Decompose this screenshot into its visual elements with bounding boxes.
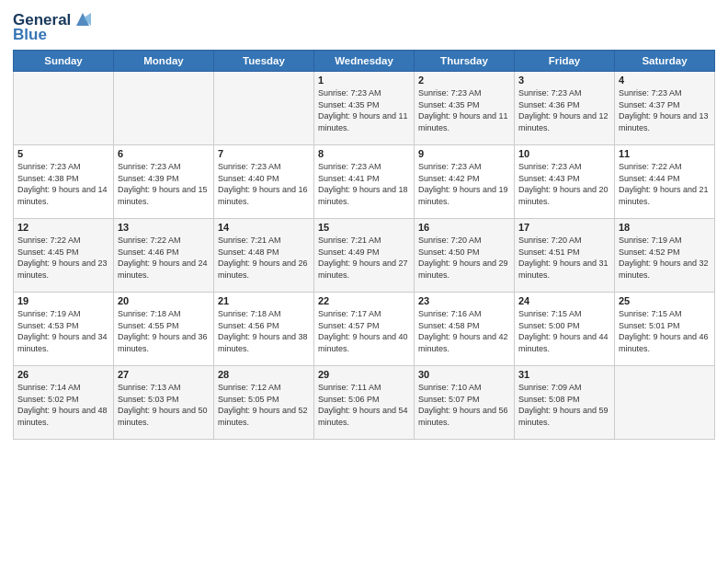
calendar-day-cell: 20Sunrise: 7:18 AMSunset: 4:55 PMDayligh…	[114, 293, 214, 366]
day-number: 24	[518, 295, 610, 306]
day-detail: Sunrise: 7:20 AMSunset: 4:51 PMDaylight:…	[518, 235, 610, 281]
day-detail: Sunrise: 7:15 AMSunset: 5:01 PMDaylight:…	[619, 308, 711, 354]
day-detail: Sunrise: 7:09 AMSunset: 5:08 PMDaylight:…	[518, 382, 610, 428]
day-number: 28	[218, 369, 310, 380]
calendar-day-cell: 22Sunrise: 7:17 AMSunset: 4:57 PMDayligh…	[314, 293, 415, 366]
day-detail: Sunrise: 7:22 AMSunset: 4:45 PMDaylight:…	[17, 235, 109, 281]
day-number: 8	[318, 148, 410, 159]
day-detail: Sunrise: 7:23 AMSunset: 4:38 PMDaylight:…	[17, 161, 109, 207]
day-detail: Sunrise: 7:23 AMSunset: 4:37 PMDaylight:…	[619, 87, 711, 133]
day-detail: Sunrise: 7:23 AMSunset: 4:39 PMDaylight:…	[118, 161, 210, 207]
day-number: 26	[17, 369, 109, 380]
day-number: 10	[518, 148, 610, 159]
day-detail: Sunrise: 7:19 AMSunset: 4:53 PMDaylight:…	[17, 308, 109, 354]
day-detail: Sunrise: 7:23 AMSunset: 4:35 PMDaylight:…	[418, 87, 510, 133]
day-detail: Sunrise: 7:23 AMSunset: 4:41 PMDaylight:…	[318, 161, 410, 207]
day-detail: Sunrise: 7:20 AMSunset: 4:50 PMDaylight:…	[418, 235, 510, 281]
day-number: 5	[17, 148, 109, 159]
day-detail: Sunrise: 7:10 AMSunset: 5:07 PMDaylight:…	[418, 382, 510, 428]
day-number: 25	[619, 295, 711, 306]
logo-blue: Blue	[13, 26, 47, 44]
calendar-week-row: 26Sunrise: 7:14 AMSunset: 5:02 PMDayligh…	[14, 366, 715, 440]
day-detail: Sunrise: 7:23 AMSunset: 4:43 PMDaylight:…	[518, 161, 610, 207]
day-number: 13	[118, 222, 210, 233]
calendar-table: SundayMondayTuesdayWednesdayThursdayFrid…	[13, 50, 715, 440]
day-number: 15	[318, 222, 410, 233]
day-detail: Sunrise: 7:14 AMSunset: 5:02 PMDaylight:…	[17, 382, 109, 428]
day-number: 9	[418, 148, 510, 159]
day-detail: Sunrise: 7:12 AMSunset: 5:05 PMDaylight:…	[218, 382, 310, 428]
day-number: 2	[418, 75, 510, 86]
calendar-day-cell: 15Sunrise: 7:21 AMSunset: 4:49 PMDayligh…	[314, 219, 415, 293]
day-detail: Sunrise: 7:18 AMSunset: 4:56 PMDaylight:…	[218, 308, 310, 354]
calendar-day-cell: 4Sunrise: 7:23 AMSunset: 4:37 PMDaylight…	[615, 72, 715, 145]
day-number: 22	[318, 295, 410, 306]
calendar-day-cell: 23Sunrise: 7:16 AMSunset: 4:58 PMDayligh…	[415, 293, 515, 366]
day-number: 4	[619, 75, 711, 86]
day-detail: Sunrise: 7:15 AMSunset: 5:00 PMDaylight:…	[518, 308, 610, 354]
calendar-day-cell	[114, 72, 214, 145]
day-number: 20	[118, 295, 210, 306]
day-of-week-header: Wednesday	[314, 51, 415, 72]
day-detail: Sunrise: 7:23 AMSunset: 4:36 PMDaylight:…	[518, 87, 610, 133]
calendar-day-cell: 13Sunrise: 7:22 AMSunset: 4:46 PMDayligh…	[114, 219, 214, 293]
calendar-day-cell: 14Sunrise: 7:21 AMSunset: 4:48 PMDayligh…	[214, 219, 314, 293]
day-detail: Sunrise: 7:23 AMSunset: 4:42 PMDaylight:…	[418, 161, 510, 207]
calendar-day-cell: 8Sunrise: 7:23 AMSunset: 4:41 PMDaylight…	[314, 145, 415, 219]
calendar-week-row: 5Sunrise: 7:23 AMSunset: 4:38 PMDaylight…	[14, 145, 715, 219]
day-number: 30	[418, 369, 510, 380]
day-detail: Sunrise: 7:16 AMSunset: 4:58 PMDaylight:…	[418, 308, 510, 354]
logo-icon	[73, 9, 93, 29]
logo: General Blue	[13, 9, 93, 44]
calendar-header-row: SundayMondayTuesdayWednesdayThursdayFrid…	[14, 51, 715, 72]
day-number: 12	[17, 222, 109, 233]
day-number: 19	[17, 295, 109, 306]
day-number: 16	[418, 222, 510, 233]
day-detail: Sunrise: 7:21 AMSunset: 4:48 PMDaylight:…	[218, 235, 310, 281]
day-number: 1	[318, 75, 410, 86]
calendar-day-cell: 16Sunrise: 7:20 AMSunset: 4:50 PMDayligh…	[415, 219, 515, 293]
calendar-day-cell: 10Sunrise: 7:23 AMSunset: 4:43 PMDayligh…	[515, 145, 615, 219]
day-number: 11	[619, 148, 711, 159]
calendar-day-cell: 7Sunrise: 7:23 AMSunset: 4:40 PMDaylight…	[214, 145, 314, 219]
day-number: 6	[118, 148, 210, 159]
day-detail: Sunrise: 7:13 AMSunset: 5:03 PMDaylight:…	[118, 382, 210, 428]
day-detail: Sunrise: 7:21 AMSunset: 4:49 PMDaylight:…	[318, 235, 410, 281]
day-number: 7	[218, 148, 310, 159]
calendar-day-cell: 18Sunrise: 7:19 AMSunset: 4:52 PMDayligh…	[615, 219, 715, 293]
day-number: 14	[218, 222, 310, 233]
day-detail: Sunrise: 7:17 AMSunset: 4:57 PMDaylight:…	[318, 308, 410, 354]
day-of-week-header: Tuesday	[214, 51, 314, 72]
calendar-day-cell: 28Sunrise: 7:12 AMSunset: 5:05 PMDayligh…	[214, 366, 314, 440]
calendar-day-cell: 1Sunrise: 7:23 AMSunset: 4:35 PMDaylight…	[314, 72, 415, 145]
day-detail: Sunrise: 7:18 AMSunset: 4:55 PMDaylight:…	[118, 308, 210, 354]
calendar-day-cell: 27Sunrise: 7:13 AMSunset: 5:03 PMDayligh…	[114, 366, 214, 440]
calendar-day-cell: 2Sunrise: 7:23 AMSunset: 4:35 PMDaylight…	[415, 72, 515, 145]
day-detail: Sunrise: 7:23 AMSunset: 4:35 PMDaylight:…	[318, 87, 410, 133]
page-header: General Blue	[13, 9, 715, 44]
day-number: 17	[518, 222, 610, 233]
calendar-day-cell: 12Sunrise: 7:22 AMSunset: 4:45 PMDayligh…	[14, 219, 114, 293]
day-number: 29	[318, 369, 410, 380]
calendar-day-cell: 5Sunrise: 7:23 AMSunset: 4:38 PMDaylight…	[14, 145, 114, 219]
calendar-day-cell: 31Sunrise: 7:09 AMSunset: 5:08 PMDayligh…	[515, 366, 615, 440]
calendar-day-cell: 26Sunrise: 7:14 AMSunset: 5:02 PMDayligh…	[14, 366, 114, 440]
day-number: 31	[518, 369, 610, 380]
day-of-week-header: Monday	[114, 51, 214, 72]
day-number: 18	[619, 222, 711, 233]
day-number: 21	[218, 295, 310, 306]
day-number: 27	[118, 369, 210, 380]
calendar-day-cell	[615, 366, 715, 440]
calendar-week-row: 1Sunrise: 7:23 AMSunset: 4:35 PMDaylight…	[14, 72, 715, 145]
day-detail: Sunrise: 7:22 AMSunset: 4:44 PMDaylight:…	[619, 161, 711, 207]
calendar-day-cell: 19Sunrise: 7:19 AMSunset: 4:53 PMDayligh…	[14, 293, 114, 366]
day-of-week-header: Thursday	[415, 51, 515, 72]
day-detail: Sunrise: 7:11 AMSunset: 5:06 PMDaylight:…	[318, 382, 410, 428]
calendar-day-cell: 25Sunrise: 7:15 AMSunset: 5:01 PMDayligh…	[615, 293, 715, 366]
day-detail: Sunrise: 7:19 AMSunset: 4:52 PMDaylight:…	[619, 235, 711, 281]
day-detail: Sunrise: 7:22 AMSunset: 4:46 PMDaylight:…	[118, 235, 210, 281]
calendar-day-cell	[14, 72, 114, 145]
calendar-day-cell: 30Sunrise: 7:10 AMSunset: 5:07 PMDayligh…	[415, 366, 515, 440]
calendar-day-cell: 24Sunrise: 7:15 AMSunset: 5:00 PMDayligh…	[515, 293, 615, 366]
day-detail: Sunrise: 7:23 AMSunset: 4:40 PMDaylight:…	[218, 161, 310, 207]
